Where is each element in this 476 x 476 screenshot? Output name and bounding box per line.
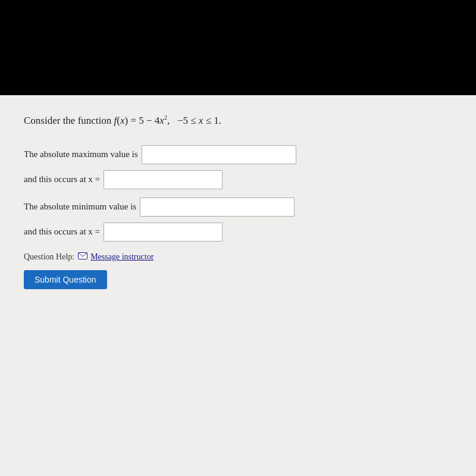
max-value-input[interactable] bbox=[142, 145, 296, 164]
content-area: Consider the function f(x) = 5 − 4x2, −5… bbox=[0, 95, 476, 476]
max-value-label: The absolute maximum value is bbox=[24, 149, 138, 159]
question-help: Question Help: Message instructor bbox=[24, 252, 452, 262]
envelope-icon bbox=[78, 252, 87, 262]
max-x-label: and this occurs at x = bbox=[24, 174, 100, 184]
max-group: The absolute maximum value is and this o… bbox=[24, 145, 452, 189]
question-text: Consider the function f(x) = 5 − 4x2, −5… bbox=[24, 113, 452, 129]
help-label: Question Help: bbox=[24, 252, 74, 262]
question-prefix: Consider the function bbox=[24, 115, 114, 126]
max-x-row: and this occurs at x = bbox=[24, 170, 452, 189]
min-value-input[interactable] bbox=[140, 198, 295, 217]
min-value-row: The absolute minimum value is bbox=[24, 198, 452, 217]
question-function: f(x) = 5 − 4x2, −5 ≤ x ≤ 1. bbox=[114, 115, 221, 126]
min-x-label: and this occurs at x = bbox=[24, 227, 100, 237]
min-x-input[interactable] bbox=[104, 223, 223, 242]
max-x-input[interactable] bbox=[104, 170, 223, 189]
min-value-label: The absolute minimum value is bbox=[24, 202, 136, 212]
message-instructor-text: Message instructor bbox=[90, 252, 154, 262]
message-instructor-link[interactable]: Message instructor bbox=[78, 252, 154, 262]
min-group: The absolute minimum value is and this o… bbox=[24, 198, 452, 242]
min-x-row: and this occurs at x = bbox=[24, 223, 452, 242]
max-value-row: The absolute maximum value is bbox=[24, 145, 452, 164]
submit-button[interactable]: Submit Question bbox=[24, 270, 107, 289]
